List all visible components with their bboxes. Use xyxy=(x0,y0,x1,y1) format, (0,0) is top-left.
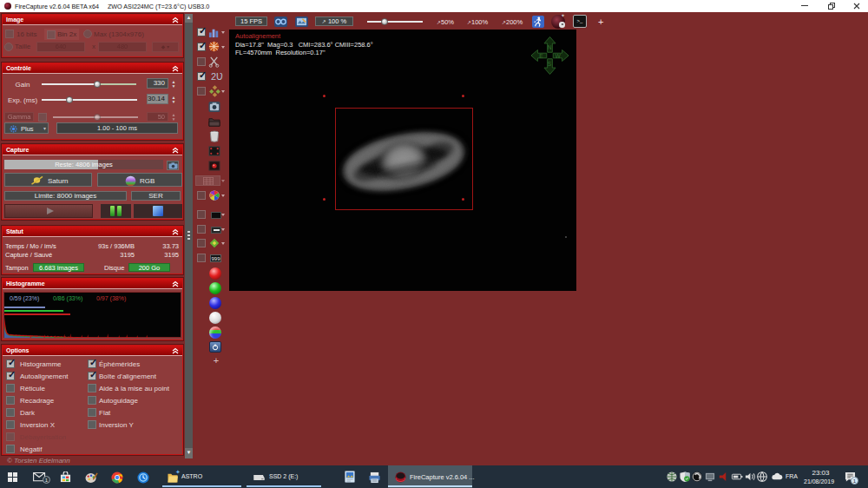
svg-text:N: N xyxy=(548,44,552,50)
svg-text:E: E xyxy=(539,53,543,59)
svg-text:W: W xyxy=(556,53,562,59)
svg-text:S: S xyxy=(548,61,552,67)
